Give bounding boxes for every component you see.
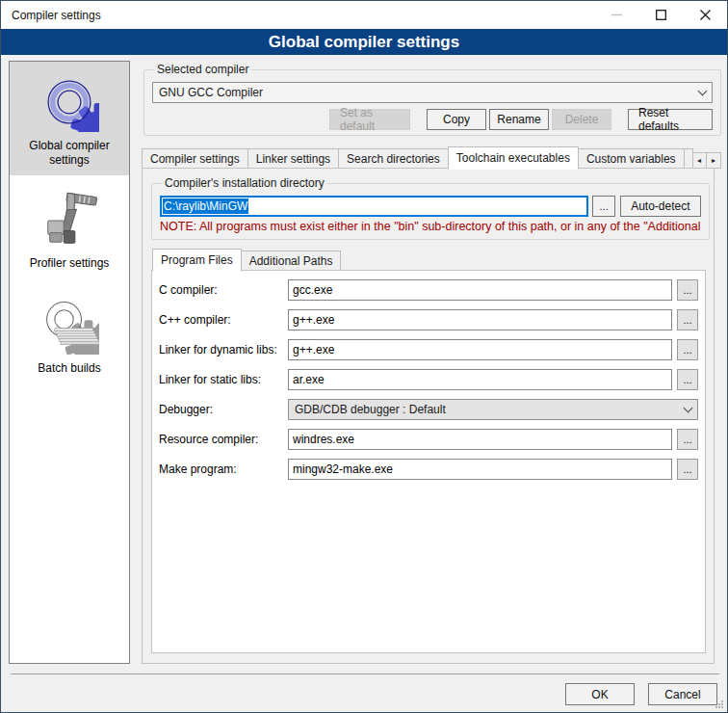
copy-button[interactable]: Copy <box>427 109 486 130</box>
resource-compiler-label: Resource compiler: <box>159 433 288 446</box>
window-controls <box>594 1 727 29</box>
tab-toolchain-executables[interactable]: Toolchain executables <box>448 146 579 170</box>
sidebar-item-label: Profiler settings <box>30 256 110 271</box>
grey-gear-stack-icon <box>39 294 100 356</box>
tab-linker-settings[interactable]: Linker settings <box>247 148 339 169</box>
installation-directory-note: NOTE: All programs must exist either in … <box>160 220 701 233</box>
compiler-buttons-row: Set as default Copy Rename Delete Reset … <box>152 109 713 130</box>
debugger-select-value: GDB/CDB debugger : Default <box>295 403 685 416</box>
chevron-down-icon <box>684 403 693 412</box>
chevron-down-icon <box>698 86 708 95</box>
program-files-panel: C compiler: ... C++ compiler: ... Linker… <box>151 270 706 653</box>
footer-separator <box>11 673 719 674</box>
sidebar-item-profiler-settings[interactable]: Profiler settings <box>10 179 129 278</box>
tab-scroll-right-button[interactable]: ▸ <box>706 152 721 169</box>
tab-scroll-left-button[interactable]: ◂ <box>691 152 707 169</box>
c-compiler-input[interactable] <box>288 279 672 301</box>
reset-defaults-button[interactable]: Reset defaults <box>628 109 713 130</box>
sidebar-item-label: Batch builds <box>38 361 100 376</box>
sidebar-item-label: Global compiler settings <box>13 139 125 168</box>
c-compiler-label: C compiler: <box>159 283 288 297</box>
compiler-settings-dialog: Compiler settings Global compiler settin… <box>0 0 728 713</box>
minimize-icon <box>611 10 622 20</box>
linker-static-browse-button[interactable]: ... <box>677 369 698 390</box>
cancel-button[interactable]: Cancel <box>648 683 717 705</box>
linker-static-label: Linker for static libs: <box>159 373 288 386</box>
debugger-select[interactable]: GDB/CDB debugger : Default <box>288 399 698 420</box>
resize-grip[interactable] <box>715 700 724 709</box>
maximize-button[interactable] <box>638 1 683 29</box>
form-row-resource-compiler: Resource compiler: ... <box>159 429 698 450</box>
titlebar: Compiler settings <box>1 1 727 29</box>
linker-dynamic-browse-button[interactable]: ... <box>677 339 698 360</box>
make-program-input[interactable] <box>288 459 672 480</box>
settings-tabs: Compiler settings Linker settings Search… <box>142 145 721 169</box>
tab-program-files[interactable]: Program Files <box>152 249 242 272</box>
ok-button[interactable]: OK <box>565 683 635 705</box>
resource-compiler-input[interactable] <box>288 429 672 450</box>
compiler-select[interactable]: GNU GCC Compiler <box>152 82 713 103</box>
tab-scroll-arrows: ◂ ▸ <box>692 152 721 169</box>
tab-search-directories[interactable]: Search directories <box>338 148 449 169</box>
installation-directory-browse-button[interactable]: ... <box>592 196 615 217</box>
main-panel: Selected compiler GNU GCC Compiler Set a… <box>142 61 721 664</box>
form-row-debugger: Debugger: GDB/CDB debugger : Default <box>159 399 698 420</box>
selected-compiler-group-label: Selected compiler <box>154 63 251 76</box>
tab-additional-paths[interactable]: Additional Paths <box>241 251 342 271</box>
dialog-header-banner: Global compiler settings <box>1 29 727 55</box>
settings-category-list: Global compiler settings <box>9 61 130 664</box>
make-program-label: Make program: <box>159 462 288 476</box>
installation-directory-value: C:\raylib\MinGW <box>163 198 248 214</box>
make-program-browse-button[interactable]: ... <box>677 459 698 480</box>
rename-button[interactable]: Rename <box>489 109 549 130</box>
form-row-c-compiler: C compiler: ... <box>159 279 698 301</box>
dialog-header-title: Global compiler settings <box>269 33 459 52</box>
form-row-cpp-compiler: C++ compiler: ... <box>159 309 698 330</box>
blue-gear-icon <box>39 71 100 133</box>
cpp-compiler-browse-button[interactable]: ... <box>677 309 698 330</box>
installation-directory-input[interactable]: C:\raylib\MinGW <box>160 196 588 217</box>
cpp-compiler-input[interactable] <box>288 309 672 330</box>
toolchain-executables-page: Compiler's installation directory C:\ray… <box>142 168 715 664</box>
caliper-icon <box>39 189 100 251</box>
c-compiler-browse-button[interactable]: ... <box>677 279 698 301</box>
auto-detect-button[interactable]: Auto-detect <box>620 196 700 217</box>
set-as-default-button[interactable]: Set as default <box>329 109 410 130</box>
maximize-icon <box>656 10 666 20</box>
close-button[interactable] <box>683 1 727 29</box>
compiler-select-value: GNU GCC Compiler <box>159 86 699 99</box>
form-row-make-program: Make program: ... <box>159 459 698 480</box>
sidebar-item-global-compiler-settings[interactable]: Global compiler settings <box>10 62 129 175</box>
linker-dynamic-input[interactable] <box>288 339 672 360</box>
program-tabs: Program Files Additional Paths <box>151 249 705 271</box>
delete-button[interactable]: Delete <box>552 109 611 130</box>
window-title: Compiler settings <box>1 9 101 22</box>
form-row-linker-static: Linker for static libs: ... <box>159 369 698 390</box>
sidebar-item-batch-builds[interactable]: Batch builds <box>10 284 129 383</box>
installation-directory-group: Compiler's installation directory C:\ray… <box>151 176 710 240</box>
linker-static-input[interactable] <box>288 369 672 390</box>
close-icon <box>700 10 711 20</box>
installation-directory-group-label: Compiler's installation directory <box>162 176 327 190</box>
linker-dynamic-label: Linker for dynamic libs: <box>159 343 288 356</box>
cpp-compiler-label: C++ compiler: <box>159 313 288 327</box>
minimize-button[interactable] <box>594 1 638 29</box>
debugger-label: Debugger: <box>159 403 288 416</box>
tab-custom-variables[interactable]: Custom variables <box>578 148 685 169</box>
form-row-linker-dynamic: Linker for dynamic libs: ... <box>159 339 698 360</box>
selected-compiler-group: Selected compiler GNU GCC Compiler Set a… <box>143 63 721 136</box>
tab-build-options[interactable]: Build <box>684 148 693 169</box>
resource-compiler-browse-button[interactable]: ... <box>677 429 698 450</box>
footer-buttons: OK Cancel <box>565 683 717 705</box>
tab-compiler-settings[interactable]: Compiler settings <box>142 148 248 169</box>
